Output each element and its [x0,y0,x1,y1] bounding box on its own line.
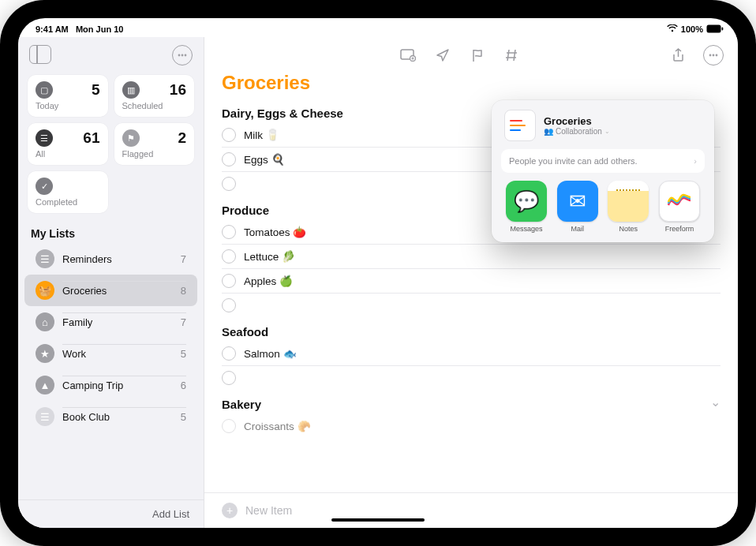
smart-list-flagged[interactable]: ⚑2 Flagged [114,123,195,165]
reminder-item[interactable]: Apples 🍏 [222,268,720,293]
calendar-icon: ▢ [36,81,53,99]
svg-point-2 [178,54,181,57]
smart-list-completed[interactable]: ✓ Completed [28,171,108,213]
main-more-icon[interactable] [703,45,724,65]
my-lists-header: My Lists [18,218,204,243]
checkbox-icon[interactable] [222,419,236,433]
notes-icon [608,181,649,222]
share-title: Groceries [544,115,610,127]
list-row-groceries[interactable]: 🧺Groceries8 [24,275,197,306]
share-app-notes[interactable]: Notes [604,181,652,233]
list-bullet-icon: ☰ [36,249,54,268]
svg-point-8 [713,54,715,57]
svg-point-9 [716,54,718,57]
people-icon: 👥 [544,127,553,136]
reminder-item[interactable]: Lettuce 🥬 [222,244,720,268]
status-date: Mon Jun 10 [76,24,124,34]
reminder-item-empty[interactable] [222,293,720,317]
freeform-icon [659,181,700,222]
add-item-icon[interactable]: + [222,503,238,518]
house-icon: ⌂ [36,312,54,331]
share-app-freeform[interactable]: Freeform [656,181,703,233]
flag-icon[interactable] [470,47,485,63]
chevron-down-icon: ⌄ [604,128,610,135]
list-row-family[interactable]: ⌂Family7 [24,306,197,338]
mail-icon: ✉︎ [557,181,598,222]
smart-list-scheduled[interactable]: ▥16 Scheduled [114,75,195,117]
share-thumbnail-icon [504,110,536,141]
share-app-mail[interactable]: ✉︎Mail [554,181,601,233]
messages-icon: 💬 [506,181,547,222]
checkbox-icon[interactable] [222,346,236,361]
list-row-work[interactable]: ★Work5 [24,338,197,369]
checkbox-icon[interactable] [222,177,236,191]
hashtag-icon[interactable] [504,47,520,63]
list-title: Groceries [204,65,738,99]
svg-point-4 [185,54,187,57]
share-sheet: Groceries 👥 Collaboration ⌄ People you i… [492,100,714,242]
checkbox-icon[interactable] [222,371,236,385]
home-indicator[interactable] [331,518,425,522]
checkbox-icon[interactable] [222,152,236,166]
sidebar-toggle-icon[interactable] [29,45,51,64]
status-time: 9:41 AM [36,24,69,34]
sidebar: ▢5 Today ▥16 Scheduled ☰61 All ⚑2 Flagge… [18,37,204,528]
group-header[interactable]: Bakery [222,390,261,414]
battery-pct: 100% [681,24,703,34]
smart-list-all[interactable]: ☰61 All [28,123,108,165]
tent-icon: ▲ [36,376,54,395]
checkbox-icon[interactable] [222,225,236,239]
checkbox-icon[interactable] [222,128,236,142]
add-list-button[interactable]: Add List [152,508,189,520]
checkbox-icon[interactable] [222,274,236,288]
smart-list-today[interactable]: ▢5 Today [28,75,108,117]
list-row-bookclub[interactable]: ☰Book Club5 [24,401,197,432]
battery-icon [706,24,724,35]
tray-icon: ☰ [36,129,53,147]
status-bar: 9:41 AM Mon Jun 10 100% [18,18,738,37]
basket-icon: 🧺 [36,281,54,300]
wifi-icon [667,24,678,34]
chevron-down-icon[interactable]: ⌄ [710,395,720,410]
share-subtitle[interactable]: 👥 Collaboration ⌄ [544,127,610,136]
reminder-item-empty[interactable] [222,365,720,390]
calendar-icon: ▥ [122,81,140,99]
checkbox-icon[interactable] [222,249,236,264]
flag-icon: ⚑ [122,129,140,147]
checkmark-icon: ✓ [36,178,53,195]
svg-point-3 [182,54,184,57]
svg-rect-1 [722,27,724,30]
star-icon: ★ [36,344,54,363]
template-icon[interactable] [400,47,416,63]
share-icon[interactable] [670,47,686,63]
lists-container: ☰Reminders7 🧺Groceries8 ⌂Family7 ★Work5 … [18,243,204,499]
svg-point-7 [709,54,712,57]
reminder-item[interactable]: Croissants 🥐 [222,414,720,438]
share-app-messages[interactable]: 💬Messages [503,181,550,233]
invite-settings-row[interactable]: People you invite can add others. › [501,149,705,173]
svg-rect-0 [707,24,721,32]
reminder-item[interactable]: Salmon 🐟 [222,342,720,365]
group-header[interactable]: Seafood [222,317,720,342]
sidebar-more-icon[interactable] [172,45,193,65]
list-bullet-icon: ☰ [36,407,54,426]
new-item-button[interactable]: New Item [245,504,292,517]
checkbox-icon[interactable] [222,298,236,312]
location-icon[interactable] [435,47,451,63]
main-pane: Groceries Dairy, Eggs & Cheese Milk 🥛 Eg… [204,37,738,528]
list-row-reminders[interactable]: ☰Reminders7 [24,243,197,275]
list-row-camping[interactable]: ▲Camping Trip6 [24,369,197,401]
chevron-right-icon: › [694,156,697,166]
